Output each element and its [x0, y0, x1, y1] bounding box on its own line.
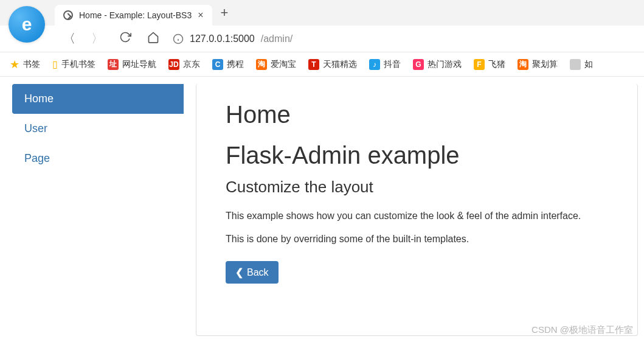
back-button-label: Back	[247, 267, 269, 278]
bookmark-label: 网址导航	[122, 59, 156, 70]
bookmark-item[interactable]: G热门游戏	[413, 59, 462, 70]
close-icon[interactable]: ×	[198, 10, 203, 21]
tab-title: Home - Example: Layout-BS3	[79, 10, 192, 20]
bookmark-item[interactable]: 址网址导航	[108, 59, 156, 70]
bookmark-item[interactable]: ♪抖音	[369, 59, 401, 70]
bookmark-label: 爱淘宝	[271, 59, 296, 70]
bookmark-label: 聚划算	[532, 59, 558, 70]
bookmark-item[interactable]: JD京东	[168, 59, 200, 70]
sidebar-item-page[interactable]: Page	[12, 144, 184, 173]
bookmark-icon: C	[212, 59, 223, 70]
sidebar-item-user[interactable]: User	[12, 114, 184, 144]
tab-strip: Home - Example: Layout-BS3 × +	[0, 0, 644, 26]
home-button[interactable]	[145, 29, 162, 49]
browser-tab[interactable]: Home - Example: Layout-BS3 ×	[55, 5, 212, 26]
bookmark-label: 热门游戏	[428, 59, 462, 70]
bookmark-icon: G	[413, 59, 424, 70]
paragraph-2: This is done by overriding some of the b…	[226, 232, 608, 246]
reload-button[interactable]	[117, 29, 134, 49]
phone-icon: ▯	[52, 58, 58, 70]
forward-nav-button[interactable]: 〉	[89, 28, 106, 49]
info-icon	[173, 33, 184, 44]
browser-logo: e	[9, 6, 45, 43]
address-bar: 〈 〉 127.0.0.1:5000/admin/	[0, 26, 644, 52]
bookmark-item[interactable]: C携程	[212, 59, 244, 70]
url-input[interactable]: 127.0.0.1:5000/admin/	[173, 33, 634, 44]
url-path: /admin/	[261, 33, 293, 44]
tab-favicon-icon	[63, 10, 73, 20]
bookmark-item[interactable]: T天猫精选	[308, 59, 357, 70]
url-host: 127.0.0.1:5000	[190, 33, 255, 44]
bookmark-icon: 淘	[256, 59, 267, 70]
bookmark-item[interactable]: F飞猪	[474, 59, 505, 70]
watermark: CSDN @极地语音工作室	[531, 324, 633, 336]
page-subtitle: Flask-Admin example	[226, 142, 608, 169]
sidebar-item-home[interactable]: Home	[12, 84, 184, 114]
bookmark-icon: 址	[108, 59, 119, 70]
back-nav-button[interactable]: 〈	[61, 28, 78, 49]
bookmark-item[interactable]: ▯手机书签	[52, 58, 95, 70]
bookmark-label: 飞猪	[488, 59, 505, 70]
bookmark-item[interactable]: ★书签	[10, 58, 40, 71]
paragraph-1: This example shows how you can customize…	[226, 209, 608, 223]
bookmark-label: 手机书签	[61, 59, 95, 70]
bookmark-label: 书签	[23, 59, 40, 70]
bookmark-icon	[570, 59, 581, 70]
bookmark-icon: 淘	[518, 59, 528, 70]
bookmark-icon: F	[474, 59, 485, 70]
bookmark-label: 携程	[227, 59, 244, 70]
bookmark-label: 如	[584, 59, 593, 70]
star-icon: ★	[10, 58, 19, 71]
new-tab-button[interactable]: +	[221, 5, 229, 21]
bookmark-icon: ♪	[369, 59, 380, 70]
back-button[interactable]: ❮ Back	[226, 261, 279, 284]
chevron-left-icon: ❮	[235, 267, 243, 278]
page-subheading: Customize the layout	[226, 178, 608, 197]
page-body: HomeUserPage Home Flask-Admin example Cu…	[0, 77, 644, 342]
main-panel: Home Flask-Admin example Customize the l…	[196, 84, 638, 336]
sidebar: HomeUserPage	[12, 84, 184, 336]
bookmark-item[interactable]: 淘聚划算	[518, 59, 558, 70]
bookmark-label: 抖音	[384, 59, 401, 70]
bookmark-item[interactable]: 淘爱淘宝	[256, 59, 296, 70]
bookmark-label: 京东	[183, 59, 200, 70]
browser-chrome: e Home - Example: Layout-BS3 × + 〈 〉 127…	[0, 0, 644, 77]
bookmark-icon: T	[308, 59, 319, 70]
bookmark-icon: JD	[168, 59, 179, 70]
page-title: Home	[226, 101, 608, 128]
bookmark-item[interactable]: 如	[570, 59, 593, 70]
bookmark-label: 天猫精选	[323, 59, 357, 70]
bookmarks-bar: ★书签▯手机书签址网址导航JD京东C携程淘爱淘宝T天猫精选♪抖音G热门游戏F飞猪…	[0, 52, 644, 77]
